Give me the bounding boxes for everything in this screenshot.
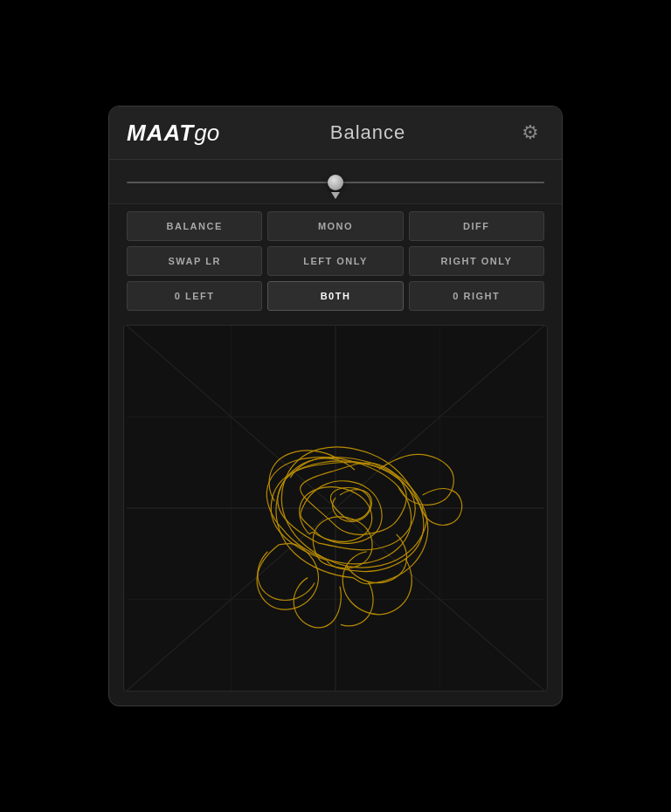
- zero-left-button[interactable]: 0 LEFT: [127, 281, 262, 311]
- header: MAATgo Balance ⚙: [109, 107, 562, 160]
- logo-area: MAATgo: [127, 120, 219, 147]
- diff-button[interactable]: DIFF: [409, 211, 544, 241]
- slider-thumb[interactable]: [328, 175, 343, 190]
- mono-button[interactable]: MONO: [267, 211, 403, 241]
- button-grid: BALANCE MONO DIFF SWAP LR LEFT ONLY RIGH…: [109, 204, 562, 318]
- balance-button[interactable]: BALANCE: [127, 211, 262, 241]
- logo-maat: MAAT: [127, 120, 194, 147]
- slider-track: [127, 182, 544, 183]
- zero-right-button[interactable]: 0 RIGHT: [409, 281, 544, 311]
- settings-button[interactable]: ⚙: [516, 119, 544, 147]
- slider-pointer-indicator: [331, 192, 340, 199]
- left-only-button[interactable]: LEFT ONLY: [267, 246, 403, 276]
- lissajous-svg: [124, 326, 547, 691]
- plugin-container: MAATgo Balance ⚙ BALANCE MONO DIFF SWAP …: [108, 106, 563, 706]
- button-row-1: BALANCE MONO DIFF: [127, 211, 544, 241]
- button-row-3: 0 LEFT B0TH 0 RIGHT: [127, 281, 544, 311]
- swap-lr-button[interactable]: SWAP LR: [127, 246, 262, 276]
- vectorscope-display: [123, 325, 548, 692]
- button-row-2: SWAP LR LEFT ONLY RIGHT ONLY: [127, 246, 544, 276]
- both-button[interactable]: B0TH: [267, 281, 403, 311]
- page-title: Balance: [330, 121, 406, 144]
- slider-track-container[interactable]: [127, 170, 544, 195]
- right-only-button[interactable]: RIGHT ONLY: [409, 246, 544, 276]
- logo-go: go: [194, 120, 219, 147]
- balance-slider-section: [109, 160, 562, 204]
